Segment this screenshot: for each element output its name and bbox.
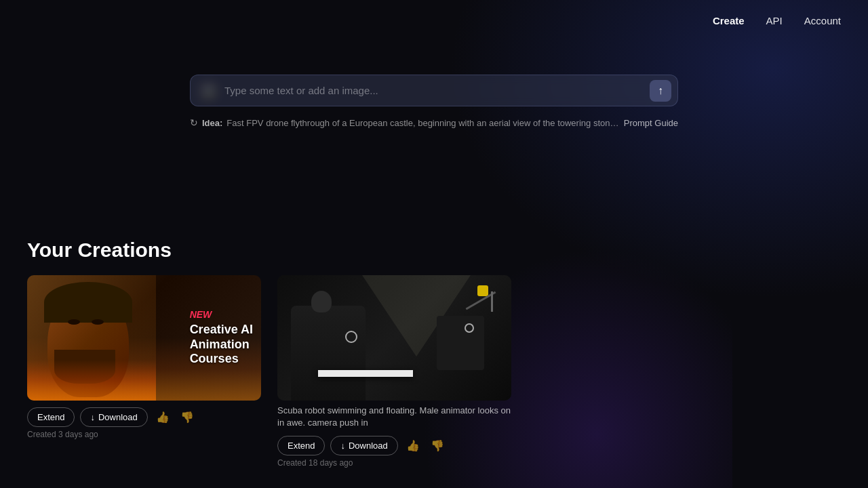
card-2-download-button[interactable]: ↓ Download (330, 436, 397, 455)
card-1-actions: Extend ↓ Download 👍 👎 (27, 407, 261, 427)
idea-text: Fast FPV drone flythrough of a European … (226, 118, 619, 128)
prompt-guide-link[interactable]: Prompt Guide (624, 118, 678, 128)
card-1: NEW Creative AI Animation Courses Extend… (27, 275, 261, 439)
navbar: Create API Account (686, 0, 868, 41)
new-badge: NEW (190, 309, 212, 320)
card-2-like-button[interactable]: 👍 (403, 436, 422, 455)
section-title: Your Creations (27, 239, 841, 262)
download-arrow-icon: ↓ (90, 412, 95, 422)
card-1-like-button[interactable]: 👍 (153, 408, 172, 426)
nav-account[interactable]: Account (804, 15, 841, 26)
nav-api[interactable]: API (766, 15, 783, 26)
card-2: Scuba robot swimming and floating. Male … (277, 275, 511, 468)
card-2-media[interactable] (277, 275, 511, 401)
card-2-dislike-button[interactable]: 👎 (428, 436, 447, 455)
refresh-icon[interactable]: ↻ (190, 117, 198, 128)
cards-row: NEW Creative AI Animation Courses Extend… (27, 275, 841, 468)
card-2-extend-button[interactable]: Extend (277, 436, 325, 455)
card-2-description: Scuba robot swimming and floating. Male … (277, 405, 511, 429)
card-1-dislike-button[interactable]: 👎 (178, 408, 197, 426)
upload-icon: ↑ (658, 85, 663, 97)
search-submit-button[interactable]: ↑ (650, 80, 671, 102)
card-1-title: Creative AI Animation Courses (190, 323, 253, 367)
creations-section: Your Creations (0, 239, 868, 488)
card-1-extend-button[interactable]: Extend (27, 407, 75, 427)
nav-create[interactable]: Create (713, 15, 745, 26)
idea-row: ↻ Idea: Fast FPV drone flythrough of a E… (190, 117, 678, 128)
download-arrow-icon-2: ↓ (340, 441, 345, 451)
card-1-media[interactable]: NEW Creative AI Animation Courses (27, 275, 261, 401)
card-2-actions: Extend ↓ Download 👍 👎 (277, 436, 511, 455)
search-container: 🖼️ ↑ (190, 75, 678, 106)
card-1-download-button[interactable]: ↓ Download (80, 407, 147, 427)
card-2-timestamp: Created 18 days ago (277, 458, 511, 468)
idea-label: Idea: (202, 118, 222, 128)
card-1-overlay: NEW Creative AI Animation Courses (190, 308, 253, 367)
search-input[interactable] (190, 75, 678, 106)
card-1-timestamp: Created 3 days ago (27, 430, 261, 439)
